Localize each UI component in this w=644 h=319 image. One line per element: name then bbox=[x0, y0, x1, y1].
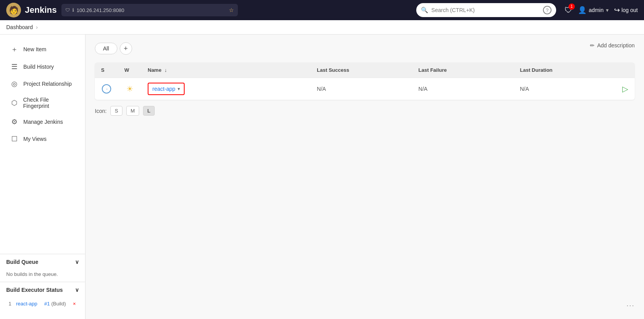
topbar: 🧑 Jenkins 🛡 ℹ 100.26.241.250:8080 ☆ 🔍 ? … bbox=[0, 0, 644, 20]
search-icon: 🔍 bbox=[421, 7, 428, 14]
jenkins-logo: 🧑 Jenkins bbox=[6, 3, 57, 17]
build-queue-title: Build Queue bbox=[6, 259, 38, 265]
sidebar-item-label: Check File Fingerprint bbox=[23, 97, 75, 109]
user-name: admin bbox=[589, 7, 604, 13]
sidebar-item-label: Project Relationship bbox=[23, 81, 72, 87]
history-icon: ☰ bbox=[10, 62, 19, 71]
build-executor-title: Build Executor Status bbox=[6, 287, 63, 293]
plus-icon: ＋ bbox=[10, 45, 19, 54]
last-failure-cell: N/A bbox=[412, 78, 514, 100]
sidebar-item-project-relationship[interactable]: ◎ Project Relationship bbox=[2, 76, 83, 92]
user-menu[interactable]: 👤 admin ▾ bbox=[578, 6, 609, 14]
build-queue-content: No builds in the queue. bbox=[0, 270, 85, 282]
run-button[interactable]: ▷ bbox=[622, 85, 628, 93]
logout-icon: ↪ bbox=[614, 6, 620, 14]
search-bar[interactable]: 🔍 ? bbox=[416, 3, 556, 17]
relationship-icon: ◎ bbox=[10, 80, 19, 88]
jobs-table: S W Name ↓ Last Success Last Failure Las… bbox=[95, 62, 635, 100]
jenkins-avatar: 🧑 bbox=[6, 3, 21, 17]
executor-build-link[interactable]: #1 bbox=[44, 301, 50, 307]
breadcrumb-sep: › bbox=[36, 24, 38, 30]
info-icon: ℹ bbox=[72, 7, 74, 13]
sidebar-item-label: My Views bbox=[23, 136, 47, 142]
search-input[interactable] bbox=[431, 7, 540, 13]
breadcrumb: Dashboard › bbox=[0, 20, 644, 35]
user-chevron-icon: ▾ bbox=[606, 7, 609, 13]
add-description-label: Add description bbox=[597, 42, 635, 49]
build-queue-section: Build Queue ∨ No builds in the queue. Bu… bbox=[0, 254, 85, 313]
url-text: 100.26.241.250:8080 bbox=[77, 7, 124, 13]
security-button[interactable]: 🛡 1 bbox=[565, 6, 572, 15]
logout-label: log out bbox=[621, 7, 638, 13]
sidebar-item-build-history[interactable]: ☰ Build History bbox=[2, 59, 83, 75]
col-header-last-duration: Last Duration bbox=[514, 62, 615, 78]
tabs-row: All + bbox=[95, 42, 635, 55]
sidebar-item-label: Build History bbox=[23, 64, 54, 70]
executor-job: react-app bbox=[14, 300, 42, 307]
col-header-s: S bbox=[95, 62, 118, 78]
url-bar: 🛡 ℹ 100.26.241.250:8080 ☆ bbox=[61, 4, 238, 16]
job-chevron-down-icon[interactable]: ▾ bbox=[178, 86, 180, 92]
breadcrumb-dashboard[interactable]: Dashboard bbox=[6, 24, 33, 30]
sidebar-item-my-views[interactable]: ☐ My Views bbox=[2, 131, 83, 147]
executor-table: 1 react-app #1 (Build) × bbox=[6, 299, 79, 308]
job-name-link[interactable]: react-app bbox=[152, 86, 175, 92]
weather-sun-icon: ☀ bbox=[124, 84, 135, 94]
logout-button[interactable]: ↪ log out bbox=[614, 6, 638, 14]
icon-size-l-button[interactable]: L bbox=[143, 106, 155, 116]
views-icon: ☐ bbox=[10, 135, 19, 143]
build-queue-header[interactable]: Build Queue ∨ bbox=[0, 254, 85, 270]
build-executor-content: 1 react-app #1 (Build) × bbox=[0, 298, 85, 313]
executor-cancel-button[interactable]: × bbox=[71, 300, 78, 307]
col-header-last-success: Last Success bbox=[311, 62, 412, 78]
sidebar-item-check-fingerprint[interactable]: ⬡ Check File Fingerprint bbox=[2, 93, 83, 113]
status-w-cell: ☀ bbox=[118, 78, 141, 100]
build-queue-chevron-icon: ∨ bbox=[75, 259, 79, 265]
sidebar-item-manage-jenkins[interactable]: ⚙ Manage Jenkins bbox=[2, 114, 83, 130]
user-icon: 👤 bbox=[578, 6, 586, 14]
shield-icon: 🛡 bbox=[65, 7, 70, 13]
col-header-name: Name ↓ bbox=[141, 62, 311, 78]
run-button-cell: ▷ bbox=[615, 78, 635, 100]
icon-size-label: Icon: bbox=[95, 108, 106, 114]
icon-size-row: Icon: S M L bbox=[95, 106, 635, 116]
table-row: ☀ react-app ▾ N/A N/A N/A ▷ bbox=[95, 78, 635, 100]
topbar-actions: 🛡 1 👤 admin ▾ ↪ log out bbox=[565, 6, 638, 15]
security-badge: 1 bbox=[569, 3, 575, 10]
status-s-cell bbox=[95, 78, 118, 100]
jenkins-title: Jenkins bbox=[25, 5, 57, 15]
tab-all[interactable]: All bbox=[95, 43, 117, 54]
icon-size-m-button[interactable]: M bbox=[126, 106, 139, 116]
build-executor-header[interactable]: Build Executor Status ∨ bbox=[0, 282, 85, 298]
help-icon[interactable]: ? bbox=[543, 6, 552, 14]
add-description-button[interactable]: ✏ Add description bbox=[590, 42, 635, 49]
icon-size-s-button[interactable]: S bbox=[110, 106, 122, 116]
executor-row: 1 react-app #1 (Build) × bbox=[7, 300, 78, 307]
build-executor-chevron-icon: ∨ bbox=[75, 287, 79, 293]
jobs-table-header: S W Name ↓ Last Success Last Failure Las… bbox=[95, 62, 635, 78]
edit-icon: ✏ bbox=[590, 42, 595, 49]
more-options-button[interactable]: ··· bbox=[627, 302, 635, 310]
col-name-label: Name bbox=[148, 67, 161, 73]
main-content: ✏ Add description All + S W Name ↓ Last … bbox=[86, 35, 644, 319]
sidebar: ＋ New Item ☰ Build History ◎ Project Rel… bbox=[0, 35, 86, 319]
col-name-sort-icon[interactable]: ↓ bbox=[164, 67, 167, 73]
sidebar-item-label: New Item bbox=[23, 46, 46, 52]
executor-num: 1 bbox=[7, 300, 14, 307]
main-layout: ＋ New Item ☰ Build History ◎ Project Rel… bbox=[0, 35, 644, 319]
job-name-highlight: react-app ▾ bbox=[148, 83, 185, 95]
star-icon[interactable]: ☆ bbox=[229, 7, 234, 13]
last-success-cell: N/A bbox=[311, 78, 412, 100]
col-header-last-failure: Last Failure bbox=[412, 62, 514, 78]
jobs-table-body: ☀ react-app ▾ N/A N/A N/A ▷ bbox=[95, 78, 635, 100]
executor-job-link[interactable]: react-app bbox=[16, 301, 37, 307]
sidebar-item-new-item[interactable]: ＋ New Item bbox=[2, 41, 83, 58]
col-header-w: W bbox=[118, 62, 141, 78]
add-tab-button[interactable]: + bbox=[120, 42, 132, 55]
job-name-cell: react-app ▾ bbox=[141, 78, 311, 100]
status-pending-icon bbox=[102, 84, 111, 94]
gear-icon: ⚙ bbox=[10, 118, 19, 126]
executor-build: #1 (Build) bbox=[43, 300, 71, 307]
executor-build-label: (Build) bbox=[51, 301, 66, 307]
col-header-action bbox=[615, 62, 635, 78]
